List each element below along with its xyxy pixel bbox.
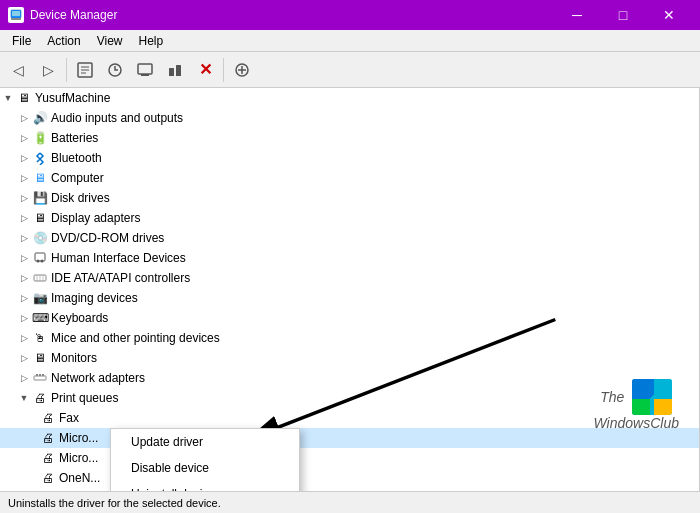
context-menu-update-driver[interactable]: Update driver (111, 429, 299, 455)
svg-point-17 (41, 260, 44, 263)
watermark-logo (632, 379, 672, 415)
tree-label-printqueues: Print queues (51, 391, 118, 405)
menu-view[interactable]: View (89, 32, 131, 50)
list-item[interactable]: ▷ 🔊 Audio inputs and outputs (0, 108, 699, 128)
tree-label-computer: Computer (51, 171, 104, 185)
tree-label-ide: IDE ATA/ATAPI controllers (51, 271, 190, 285)
add-button[interactable] (228, 56, 256, 84)
forward-button[interactable]: ▷ (34, 56, 62, 84)
maximize-button[interactable]: □ (600, 0, 646, 30)
svg-rect-31 (654, 399, 672, 415)
tree-root-label: YusufMachine (35, 91, 110, 105)
list-item[interactable]: ▷ Human Interface Devices (0, 248, 699, 268)
tree-label-mice: Mice and other pointing devices (51, 331, 220, 345)
tree-label-keyboards: Keyboards (51, 311, 108, 325)
tree-label-onenote: OneN... (59, 471, 100, 485)
tree-root[interactable]: ▼ 🖥 YusufMachine (0, 88, 699, 108)
list-item[interactable]: ▷ 🖥 Display adapters (0, 208, 699, 228)
update-driver-button[interactable] (101, 56, 129, 84)
tree-label-display: Display adapters (51, 211, 140, 225)
status-bar: Uninstalls the driver for the selected d… (0, 491, 700, 513)
svg-rect-11 (176, 65, 181, 76)
tree-label-audio: Audio inputs and outputs (51, 111, 183, 125)
list-item[interactable]: ▷ 🔋 Batteries (0, 128, 699, 148)
scan-button[interactable] (131, 56, 159, 84)
disable-button[interactable] (161, 56, 189, 84)
svg-rect-23 (36, 374, 38, 376)
list-item[interactable]: ▷ 🖱 Mice and other pointing devices (0, 328, 699, 348)
properties-button[interactable] (71, 56, 99, 84)
svg-rect-2 (11, 18, 21, 20)
menu-action[interactable]: Action (39, 32, 88, 50)
toolbar: ◁ ▷ ✕ (0, 52, 700, 88)
tree-label-batteries: Batteries (51, 131, 98, 145)
list-item[interactable]: ▷ 🖥 Monitors (0, 348, 699, 368)
svg-rect-10 (169, 68, 174, 76)
svg-rect-29 (654, 379, 672, 395)
svg-rect-28 (632, 379, 650, 395)
watermark: The WindowsClub (594, 379, 679, 431)
svg-rect-25 (42, 374, 44, 376)
list-item[interactable]: ▷ 📷 Imaging devices (0, 288, 699, 308)
svg-rect-30 (632, 399, 650, 415)
svg-rect-22 (34, 376, 46, 380)
context-menu-disable-device[interactable]: Disable device (111, 455, 299, 481)
context-menu-uninstall-device[interactable]: Uninstall device (111, 481, 299, 491)
status-text: Uninstalls the driver for the selected d… (8, 497, 221, 509)
list-item[interactable]: 🖨 OneN... (0, 468, 699, 488)
list-item[interactable]: 🖨 Micro... (0, 448, 699, 468)
tree-label-diskdrives: Disk drives (51, 191, 110, 205)
watermark-line2: WindowsClub (594, 415, 679, 431)
list-item[interactable]: ▷ 💾 Disk drives (0, 188, 699, 208)
list-item[interactable]: 🖨 Micro... (0, 428, 699, 448)
tree-label-micro2: Micro... (59, 451, 98, 465)
tree-label-monitors: Monitors (51, 351, 97, 365)
title-bar: Device Manager ─ □ ✕ (0, 0, 700, 30)
menu-bar: File Action View Help (0, 30, 700, 52)
svg-point-16 (37, 260, 40, 263)
tree-label-dvd: DVD/CD-ROM drives (51, 231, 164, 245)
svg-rect-15 (35, 253, 45, 261)
minimize-button[interactable]: ─ (554, 0, 600, 30)
list-item[interactable]: ▷ 💿 DVD/CD-ROM drives (0, 228, 699, 248)
tree-label-micro1: Micro... (59, 431, 98, 445)
tree-view[interactable]: ▼ 🖥 YusufMachine ▷ 🔊 Audio inputs and ou… (0, 88, 700, 491)
list-item[interactable]: ▷ Bluetooth (0, 148, 699, 168)
window-title: Device Manager (30, 8, 117, 22)
list-item[interactable]: ▷ IDE ATA/ATAPI controllers (0, 268, 699, 288)
uninstall-button[interactable]: ✕ (191, 56, 219, 84)
tree-label-hid: Human Interface Devices (51, 251, 186, 265)
watermark-line1: The (600, 389, 624, 405)
tree-label-imaging: Imaging devices (51, 291, 138, 305)
list-item[interactable]: 🖨 Root... (0, 488, 699, 491)
svg-rect-1 (12, 11, 20, 16)
menu-help[interactable]: Help (131, 32, 172, 50)
svg-rect-9 (141, 74, 149, 76)
tree-label-bluetooth: Bluetooth (51, 151, 102, 165)
tree-label-fax: Fax (59, 411, 79, 425)
app-icon (8, 7, 24, 23)
close-button[interactable]: ✕ (646, 0, 692, 30)
tree-label-network: Network adapters (51, 371, 145, 385)
menu-file[interactable]: File (4, 32, 39, 50)
list-item[interactable]: ▷ 🖥 Computer (0, 168, 699, 188)
back-button[interactable]: ◁ (4, 56, 32, 84)
svg-rect-8 (138, 64, 152, 74)
list-item[interactable]: ▷ ⌨ Keyboards (0, 308, 699, 328)
context-menu: Update driver Disable device Uninstall d… (110, 428, 300, 491)
svg-rect-24 (39, 374, 41, 376)
